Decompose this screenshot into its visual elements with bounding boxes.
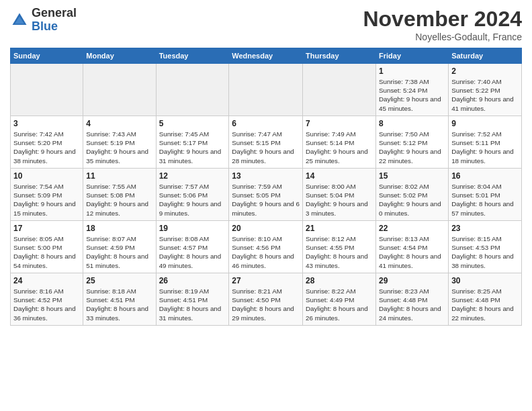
week-row-2: 3Sunrise: 7:42 AM Sunset: 5:20 PM Daylig…	[11, 116, 522, 169]
col-monday: Monday	[83, 48, 156, 64]
calendar-cell-w5-d6: 30Sunrise: 8:25 AM Sunset: 4:48 PM Dayli…	[449, 273, 522, 326]
day-info: Sunrise: 8:18 AM Sunset: 4:51 PM Dayligh…	[86, 287, 152, 322]
header: General Blue November 2024 Noyelles-Goda…	[10, 7, 522, 42]
day-number: 4	[86, 119, 152, 128]
day-number: 10	[13, 171, 80, 181]
calendar-cell-w4-d0: 17Sunrise: 8:05 AM Sunset: 5:00 PM Dayli…	[11, 221, 83, 273]
calendar-cell-w5-d2: 26Sunrise: 8:19 AM Sunset: 4:51 PM Dayli…	[156, 273, 229, 326]
day-info: Sunrise: 7:55 AM Sunset: 5:08 PM Dayligh…	[86, 182, 152, 218]
week-row-1: 1Sunrise: 7:38 AM Sunset: 5:24 PM Daylig…	[11, 64, 522, 116]
day-info: Sunrise: 8:23 AM Sunset: 4:48 PM Dayligh…	[379, 287, 445, 322]
day-number: 30	[451, 276, 519, 285]
day-number: 5	[159, 119, 226, 128]
day-info: Sunrise: 7:52 AM Sunset: 5:11 PM Dayligh…	[451, 130, 519, 165]
day-info: Sunrise: 8:10 AM Sunset: 4:56 PM Dayligh…	[232, 234, 300, 270]
day-number: 16	[451, 171, 519, 181]
calendar-cell-w2-d5: 8Sunrise: 7:50 AM Sunset: 5:12 PM Daylig…	[376, 116, 449, 169]
col-wednesday: Wednesday	[229, 48, 303, 64]
col-thursday: Thursday	[303, 48, 376, 64]
day-info: Sunrise: 8:12 AM Sunset: 4:55 PM Dayligh…	[306, 234, 373, 270]
col-friday: Friday	[376, 48, 449, 64]
week-row-5: 24Sunrise: 8:16 AM Sunset: 4:52 PM Dayli…	[11, 273, 522, 326]
calendar-cell-w4-d1: 18Sunrise: 8:07 AM Sunset: 4:59 PM Dayli…	[83, 221, 156, 273]
day-info: Sunrise: 8:02 AM Sunset: 5:02 PM Dayligh…	[379, 182, 445, 218]
day-number: 14	[306, 171, 373, 181]
calendar-cell-w2-d4: 7Sunrise: 7:49 AM Sunset: 5:14 PM Daylig…	[303, 116, 376, 169]
calendar-cell-w1-d5: 1Sunrise: 7:38 AM Sunset: 5:24 PM Daylig…	[376, 64, 449, 116]
day-number: 22	[379, 224, 445, 233]
location-subtitle: Noyelles-Godault, France	[363, 32, 522, 42]
calendar-cell-w3-d6: 16Sunrise: 8:04 AM Sunset: 5:01 PM Dayli…	[449, 169, 522, 221]
logo: General Blue	[10, 7, 77, 34]
day-number: 7	[306, 119, 373, 128]
day-number: 2	[451, 66, 519, 76]
header-row: Sunday Monday Tuesday Wednesday Thursday…	[11, 48, 522, 64]
calendar-table: Sunday Monday Tuesday Wednesday Thursday…	[10, 48, 522, 326]
calendar-cell-w1-d4	[303, 64, 376, 116]
calendar-cell-w2-d2: 5Sunrise: 7:45 AM Sunset: 5:17 PM Daylig…	[156, 116, 229, 169]
calendar-cell-w5-d4: 28Sunrise: 8:22 AM Sunset: 4:49 PM Dayli…	[303, 273, 376, 326]
day-info: Sunrise: 8:25 AM Sunset: 4:48 PM Dayligh…	[451, 287, 519, 322]
day-info: Sunrise: 8:15 AM Sunset: 4:53 PM Dayligh…	[451, 234, 519, 270]
day-info: Sunrise: 8:05 AM Sunset: 5:00 PM Dayligh…	[13, 234, 80, 270]
day-number: 13	[232, 171, 300, 181]
day-info: Sunrise: 8:08 AM Sunset: 4:57 PM Dayligh…	[159, 234, 226, 270]
logo-text: General Blue	[32, 7, 77, 34]
day-info: Sunrise: 7:47 AM Sunset: 5:15 PM Dayligh…	[232, 130, 300, 165]
day-number: 23	[451, 224, 519, 233]
day-number: 26	[159, 276, 226, 285]
day-info: Sunrise: 7:42 AM Sunset: 5:20 PM Dayligh…	[13, 130, 80, 165]
day-number: 28	[306, 276, 373, 285]
calendar-cell-w5-d5: 29Sunrise: 8:23 AM Sunset: 4:48 PM Dayli…	[376, 273, 449, 326]
day-number: 21	[306, 224, 373, 233]
logo-icon	[10, 11, 29, 30]
calendar-cell-w2-d6: 9Sunrise: 7:52 AM Sunset: 5:11 PM Daylig…	[449, 116, 522, 169]
day-number: 1	[379, 66, 445, 76]
calendar-cell-w1-d3	[229, 64, 303, 116]
day-number: 9	[451, 119, 519, 128]
calendar-cell-w4-d3: 20Sunrise: 8:10 AM Sunset: 4:56 PM Dayli…	[229, 221, 303, 273]
day-number: 6	[232, 119, 300, 128]
logo-general: General	[32, 6, 77, 19]
title-block: November 2024 Noyelles-Godault, France	[363, 7, 522, 42]
day-info: Sunrise: 7:45 AM Sunset: 5:17 PM Dayligh…	[159, 130, 226, 165]
day-info: Sunrise: 8:07 AM Sunset: 4:59 PM Dayligh…	[86, 234, 152, 270]
day-number: 15	[379, 171, 445, 181]
day-number: 8	[379, 119, 445, 128]
day-info: Sunrise: 7:43 AM Sunset: 5:19 PM Dayligh…	[86, 130, 152, 165]
page: General Blue November 2024 Noyelles-Goda…	[0, 0, 532, 411]
day-number: 20	[232, 224, 300, 233]
calendar-cell-w3-d4: 14Sunrise: 8:00 AM Sunset: 5:04 PM Dayli…	[303, 169, 376, 221]
day-info: Sunrise: 8:22 AM Sunset: 4:49 PM Dayligh…	[306, 287, 373, 322]
calendar-cell-w4-d2: 19Sunrise: 8:08 AM Sunset: 4:57 PM Dayli…	[156, 221, 229, 273]
calendar-cell-w2-d1: 4Sunrise: 7:43 AM Sunset: 5:19 PM Daylig…	[83, 116, 156, 169]
week-row-3: 10Sunrise: 7:54 AM Sunset: 5:09 PM Dayli…	[11, 169, 522, 221]
day-info: Sunrise: 7:59 AM Sunset: 5:05 PM Dayligh…	[232, 182, 300, 218]
calendar-cell-w1-d1	[83, 64, 156, 116]
day-info: Sunrise: 8:21 AM Sunset: 4:50 PM Dayligh…	[232, 287, 300, 322]
day-info: Sunrise: 8:16 AM Sunset: 4:52 PM Dayligh…	[13, 287, 80, 322]
calendar-cell-w2-d0: 3Sunrise: 7:42 AM Sunset: 5:20 PM Daylig…	[11, 116, 83, 169]
calendar-body: 1Sunrise: 7:38 AM Sunset: 5:24 PM Daylig…	[11, 64, 522, 326]
calendar-cell-w3-d3: 13Sunrise: 7:59 AM Sunset: 5:05 PM Dayli…	[229, 169, 303, 221]
day-number: 3	[13, 119, 80, 128]
calendar-cell-w5-d1: 25Sunrise: 8:18 AM Sunset: 4:51 PM Dayli…	[83, 273, 156, 326]
calendar-cell-w2-d3: 6Sunrise: 7:47 AM Sunset: 5:15 PM Daylig…	[229, 116, 303, 169]
day-number: 17	[13, 224, 80, 233]
calendar-cell-w3-d0: 10Sunrise: 7:54 AM Sunset: 5:09 PM Dayli…	[11, 169, 83, 221]
calendar-cell-w3-d1: 11Sunrise: 7:55 AM Sunset: 5:08 PM Dayli…	[83, 169, 156, 221]
calendar-cell-w5-d0: 24Sunrise: 8:16 AM Sunset: 4:52 PM Dayli…	[11, 273, 83, 326]
day-number: 12	[159, 171, 226, 181]
month-title: November 2024	[363, 7, 522, 32]
week-row-4: 17Sunrise: 8:05 AM Sunset: 5:00 PM Dayli…	[11, 221, 522, 273]
calendar-cell-w4-d4: 21Sunrise: 8:12 AM Sunset: 4:55 PM Dayli…	[303, 221, 376, 273]
calendar-cell-w1-d6: 2Sunrise: 7:40 AM Sunset: 5:22 PM Daylig…	[449, 64, 522, 116]
calendar-cell-w4-d6: 23Sunrise: 8:15 AM Sunset: 4:53 PM Dayli…	[449, 221, 522, 273]
calendar-header: Sunday Monday Tuesday Wednesday Thursday…	[11, 48, 522, 64]
day-info: Sunrise: 8:19 AM Sunset: 4:51 PM Dayligh…	[159, 287, 226, 322]
day-info: Sunrise: 7:50 AM Sunset: 5:12 PM Dayligh…	[379, 130, 445, 165]
day-number: 19	[159, 224, 226, 233]
col-tuesday: Tuesday	[156, 48, 229, 64]
day-number: 11	[86, 171, 152, 181]
day-info: Sunrise: 8:04 AM Sunset: 5:01 PM Dayligh…	[451, 182, 519, 218]
